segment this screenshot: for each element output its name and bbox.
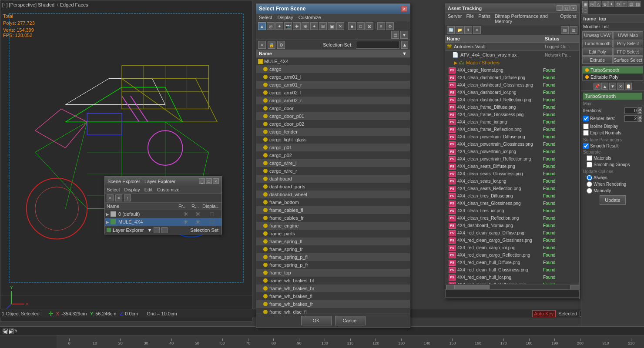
at-minimize[interactable]: _ xyxy=(557,5,563,11)
at-item-21[interactable]: PS 4X4_dashboard_Normal.png Found xyxy=(445,222,579,229)
at-search-input[interactable] xyxy=(445,290,579,298)
sfs-btn-groups[interactable]: ▣ xyxy=(328,22,335,30)
at-btn4[interactable]: ≡ xyxy=(473,26,481,34)
at-input-bar[interactable] xyxy=(445,289,579,299)
mp-ts-render-check[interactable] xyxy=(583,116,589,121)
at-item-0[interactable]: PS 4X4_cargo_Normal.png Found xyxy=(445,67,579,74)
sfs-menu-select[interactable]: Select xyxy=(259,15,272,20)
se-footer-btn2[interactable] xyxy=(161,227,168,233)
sfs-item-cargo[interactable]: cargo xyxy=(256,65,410,73)
at-maximize[interactable]: □ xyxy=(564,5,570,11)
at-item-7[interactable]: PS 4X4_clean_frame_ior.png Found xyxy=(445,118,579,126)
se-footer-arrow[interactable]: ▼ xyxy=(148,228,152,233)
mp-icon6[interactable]: ⚙ xyxy=(615,1,621,7)
sfs-item-frame_wh_brakes_bl[interactable]: frame_wh_brakes_bl xyxy=(256,277,410,284)
sfs-item-frame_spring_fl[interactable]: frame_spring_fl xyxy=(256,238,410,245)
sfs-btn-options2[interactable]: ⚙ xyxy=(386,22,394,30)
sfs-item-frame_spring_fr[interactable]: frame_spring_fr xyxy=(256,245,410,253)
ms-turbosmooth[interactable]: TurboSmooth xyxy=(583,67,643,74)
sfs-ok-button[interactable]: OK xyxy=(301,316,332,325)
at-maps-header[interactable]: ▶ 🗂 Maps / Shaders xyxy=(445,59,579,67)
sfs-scroll-up[interactable]: ▲ xyxy=(401,41,408,49)
mp-ts-smoothgroups-check[interactable] xyxy=(587,162,592,167)
sfs-item-frame_spring_p_fr[interactable]: frame_spring_p_fr xyxy=(256,261,410,269)
mp-stack-delete[interactable]: ✕ xyxy=(617,83,624,90)
mp-ts-iter-down[interactable]: ▼ xyxy=(638,110,642,114)
at-item-23[interactable]: PS 4X4_red_clean_cargo_Glossiness.png Fo… xyxy=(445,237,579,244)
at-hscroll-left[interactable] xyxy=(446,285,455,289)
at-item-10[interactable]: PS 4X4_clean_powertrain_Glossiness.png F… xyxy=(445,141,579,148)
sfs-item-frame_spring_p_fl[interactable]: frame_spring_p_fl xyxy=(256,253,410,261)
sfs-item-cargo_arm02_l[interactable]: cargo_arm02_l xyxy=(256,89,410,97)
se-toolbar-filter-icon[interactable]: ≡ xyxy=(115,194,122,201)
sfs-item-cargo_light_glass[interactable]: cargo_light_glass xyxy=(256,136,410,144)
at-item-18[interactable]: PS 4X4_clean_tires_Glossiness.png Found xyxy=(445,200,579,207)
at-close[interactable]: × xyxy=(570,5,577,11)
sfs-item-frame_cables_fr[interactable]: frame_cables_fr xyxy=(256,214,410,222)
mp-icon5[interactable]: ✦ xyxy=(608,1,614,7)
at-item-19[interactable]: PS 4X4_clean_tires_ior.png Found xyxy=(445,207,579,214)
mp-icon7[interactable]: ≡ xyxy=(621,1,627,7)
sfs-gear-icon[interactable]: ⚙ xyxy=(277,41,285,49)
sfs-btn-cameras[interactable]: 📷 xyxy=(284,22,292,30)
at-item-16[interactable]: PS 4X4_clean_seats_Reflection.png Found xyxy=(445,185,579,192)
se-menu-customize[interactable]: Customize xyxy=(157,187,180,192)
sfs-item-frame_wh_brakes_fl[interactable]: frame_wh_brakes_fl xyxy=(256,292,410,300)
scene-explorer-maximize[interactable]: □ xyxy=(206,178,212,184)
mp-ts-explicit-check[interactable] xyxy=(583,130,589,136)
at-hscroll-right[interactable] xyxy=(570,285,579,289)
se-menu-edit[interactable]: Edit xyxy=(144,187,153,192)
sfs-btn-expand[interactable]: ▤ xyxy=(391,31,399,39)
ms-editable-poly[interactable]: Editable Poly xyxy=(583,74,643,80)
mp-icon3[interactable]: △ xyxy=(595,1,601,7)
at-item-6[interactable]: PS 4X4_clean_frame_Glossiness.png Found xyxy=(445,111,579,118)
mp-edit-poly[interactable]: Edit Poly xyxy=(582,48,613,56)
at-item-5[interactable]: PS 4X4_clean_frame_Diffuse.png Found xyxy=(445,104,579,111)
at-btn5[interactable]: ▤ xyxy=(561,26,569,34)
mp-ts-render-input[interactable] xyxy=(624,115,637,122)
at-btn1[interactable]: 🔄 xyxy=(447,26,455,34)
mp-icon4[interactable]: ⊕ xyxy=(602,1,608,7)
scene-explorer-close[interactable]: × xyxy=(213,178,219,184)
sfs-btn-shapes[interactable]: ◎ xyxy=(267,22,275,30)
sfs-menu-customize[interactable]: Customize xyxy=(299,15,321,20)
mp-uvw-map[interactable]: UVW Map xyxy=(613,31,644,39)
mp-ts-render-up[interactable]: ▲ xyxy=(638,115,642,118)
timeline-ruler[interactable]: 0102030405060708090100110120130140150160… xyxy=(57,335,644,348)
mp-ts-iterations-input[interactable] xyxy=(624,107,637,114)
viewport[interactable]: X Y [+] [Perspective] Shaded + Edged Fac… xyxy=(0,0,252,322)
at-btn3[interactable]: ⬆ xyxy=(464,26,472,34)
sfs-item-cargo_fender[interactable]: cargo_fender xyxy=(256,128,410,136)
se-row-mule[interactable]: ▶ MULE_4X4 ✳ ✳ □ xyxy=(105,218,221,226)
at-item-14[interactable]: PS 4X4_clean_seats_Glossiness.png Found xyxy=(445,170,579,177)
at-item-13[interactable]: PS 4X4_clean_seats_Diffuse.png Found xyxy=(445,163,579,170)
at-item-15[interactable]: PS 4X4_clean_seats_ior.png Found xyxy=(445,177,579,185)
sfs-item-frame_cables_fl[interactable]: frame_cables_fl xyxy=(256,206,410,214)
at-btn6[interactable]: ▥ xyxy=(570,26,577,34)
sfs-item-frame_top[interactable]: frame_top xyxy=(256,269,410,277)
mp-ts-whenrendering-radio[interactable] xyxy=(587,181,592,187)
sfs-item-cargo_wire_l[interactable]: cargo_wire_l xyxy=(256,159,410,167)
at-item-9[interactable]: PS 4X4_clean_powertrain_Diffuse.png Foun… xyxy=(445,133,579,141)
mp-ts-render-down[interactable]: ▼ xyxy=(638,118,642,122)
sfs-item-cargo_door[interactable]: cargo_door xyxy=(256,104,410,112)
at-hscroll-track[interactable] xyxy=(455,285,570,289)
mp-poly-select[interactable]: Poly Select xyxy=(613,40,644,47)
sfs-item-cargo_door_p01[interactable]: cargo_door_p01 xyxy=(256,112,410,120)
sfs-item-dashboard_parts[interactable]: dashboard_parts xyxy=(256,183,410,191)
at-menu-options[interactable]: Options xyxy=(560,13,577,24)
at-item-8[interactable]: PS 4X4_clean_frame_Reflection.png Found xyxy=(445,126,579,133)
at-item-4[interactable]: PS 4X4_clean_dashboard_Reflection.png Fo… xyxy=(445,96,579,104)
se-menu-select[interactable]: Select xyxy=(107,187,120,192)
sfs-item-frame_bottom[interactable]: frame_bottom xyxy=(256,198,410,206)
mp-update-button[interactable]: Update xyxy=(600,195,626,205)
sfs-btn-select-all[interactable]: ■ xyxy=(348,22,356,30)
se-row-default[interactable]: ▶ 0 (default) ✳ ✳ □ xyxy=(105,210,221,218)
se-footer-btn1[interactable] xyxy=(154,227,160,233)
at-menu-file[interactable]: File xyxy=(466,13,474,24)
sfs-item-cargo_arm02_r[interactable]: cargo_arm02_r xyxy=(256,97,410,104)
mp-extrude[interactable]: Extrude xyxy=(582,56,613,64)
at-vault-header[interactable]: 🏛 Autodesk Vault Logged Ou... xyxy=(445,43,579,51)
mp-ts-materials-check[interactable] xyxy=(587,155,592,161)
at-menu-bitmap[interactable]: Bitmap Performance and Memory xyxy=(495,13,556,24)
